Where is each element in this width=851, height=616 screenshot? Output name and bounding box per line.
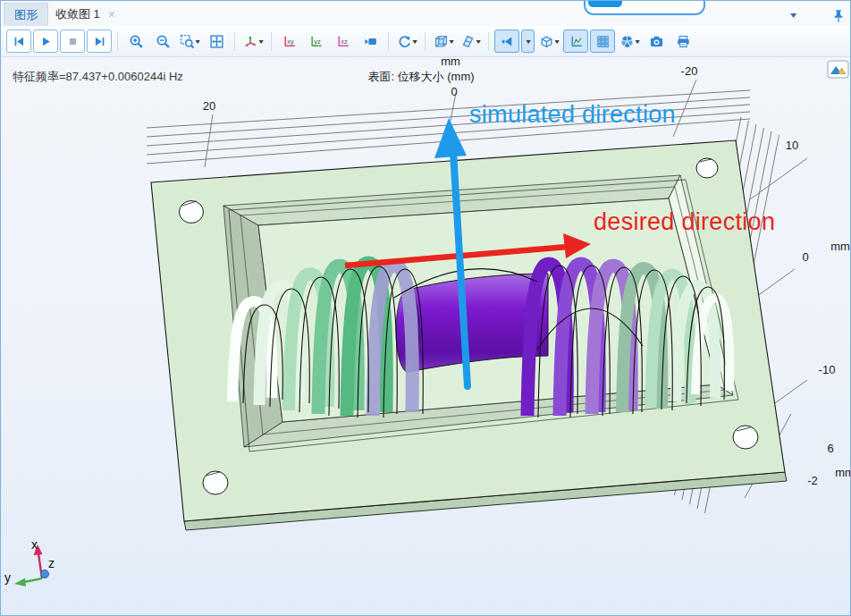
media-step-back-button[interactable] [6,30,31,53]
printer-icon [676,34,691,49]
show-grid-button[interactable] [590,30,615,53]
plot-direction-button[interactable] [494,30,519,53]
tab-bar: 图形 收敛图 1 × [1,1,850,27]
x-axis-tick-label: -20 [681,64,698,78]
close-icon[interactable]: × [108,8,115,21]
view-xz-icon: xz [336,34,351,49]
chevron-down-icon[interactable]: ▾ [449,38,453,46]
plot-direction-button-dropdown[interactable]: ▾ [521,30,535,53]
simulated-direction-label: simulated direction [469,101,676,129]
x-axis-tick-label: 0 [451,85,457,98]
z-axis-tick-label: -2 [807,474,818,487]
zoom-box-icon [180,34,195,49]
view-xy-button[interactable]: xy [277,30,302,53]
clip-plane-icon [460,34,476,49]
zoom-out-icon [156,34,171,49]
tab-convergence-label: 收敛图 1 [55,6,100,22]
toolbar-separator [488,32,489,51]
rotate-icon [397,34,412,49]
graphics-window: 图形 收敛图 1 × ▾ ▾▾xyyzxz▾▾▾▾▾▾ [0,0,851,616]
cube-icon [539,34,554,49]
eigenfrequency-readout: 特征频率=87.437+0.0060244i Hz [13,69,183,85]
plot-image-icon[interactable] [827,60,849,79]
shutter-icon [619,34,635,49]
toolbar-separator [234,32,235,51]
axis-plot-icon [569,34,584,49]
direction-arrow-icon [500,34,515,49]
step-back-icon [12,34,27,49]
stop-icon [65,34,80,49]
zoom-in-button[interactable] [123,30,148,53]
chevron-down-icon[interactable]: ▾ [635,38,639,46]
view-yz-icon: yz [309,34,324,49]
print-button[interactable] [670,30,695,53]
toolbar-separator [117,32,118,51]
svg-text:xz: xz [341,37,348,45]
media-stop-button[interactable] [60,30,85,53]
axes-3d-icon [243,34,258,49]
graphics-area[interactable] [1,56,850,615]
y-axis-unit-label: mm [830,240,850,253]
play-icon [38,34,54,49]
desired-direction-label: desired direction [594,208,775,236]
tab-graphics[interactable]: 图形 [4,3,48,27]
svg-text:xy: xy [287,37,294,45]
chevron-down-icon: ▾ [526,38,530,46]
grid-icon [595,34,611,49]
chevron-down-icon[interactable]: ▾ [476,38,480,46]
view-xy-icon: xy [282,34,298,49]
tab-convergence-plot[interactable]: 收敛图 1 × [46,3,125,26]
view-yz-button[interactable]: yz [304,30,329,53]
y-axis-tick-label: 0 [802,250,808,264]
floating-toggle[interactable] [584,0,705,15]
camera-icon [649,34,664,49]
environment-cube-button[interactable]: ▾ [536,30,561,53]
graphics-canvas[interactable] [1,56,851,616]
y-axis-tick-label: -10 [819,363,836,376]
triad-y-label: y [4,570,11,585]
svg-text:yz: yz [314,37,321,45]
go-to-view-button[interactable]: ▾ [240,30,265,53]
view-xz-button[interactable]: xz [331,30,356,53]
triad-x-label: x [31,537,38,552]
camera-view-icon [363,34,378,49]
toolbar-separator [425,32,426,51]
default-view-button[interactable] [358,30,383,53]
rotate-view-button[interactable]: ▾ [394,30,419,53]
zoom-box-button[interactable]: ▾ [177,30,202,53]
triad-z-label: z [48,556,55,570]
toolbar-separator [271,32,272,51]
clip-plane-button[interactable]: ▾ [458,30,483,53]
chevron-down-icon[interactable]: ▾ [554,38,559,46]
step-forward-icon [92,34,107,49]
zoom-in-icon [129,34,144,49]
snapshot-button[interactable] [644,30,669,53]
toolbar-separator [388,32,389,51]
y-axis-tick-label: 10 [786,139,798,152]
zoom-extents-icon [209,34,224,49]
update-plot-button[interactable]: ▾ [617,30,642,53]
scene-light-button[interactable]: ▾ [431,30,456,53]
floating-toggle-fill [588,0,622,7]
pin-icon[interactable] [832,9,845,27]
media-play-button[interactable] [33,30,58,53]
media-step-forward-button[interactable] [87,30,112,53]
chevron-down-icon[interactable]: ▾ [412,38,417,46]
show-axes-button[interactable] [563,30,588,53]
chevron-down-icon[interactable]: ▾ [258,38,263,46]
wire-cube-icon [434,34,449,49]
surface-legend-label: 表面: 位移大小 (mm) [367,69,474,85]
graphics-toolbar: ▾▾xyyzxz▾▾▾▾▾▾ [1,26,850,57]
chevron-down-icon[interactable]: ▾ [195,38,199,46]
x-axis-tick-label: 20 [203,99,215,113]
tab-graphics-label: 图形 [14,7,38,23]
chevron-down-icon[interactable]: ▾ [790,10,796,20]
z-axis-tick-label: 6 [827,442,833,455]
z-axis-unit-label: mm [835,466,851,479]
zoom-extents-button[interactable] [204,30,229,53]
zoom-out-button[interactable] [150,30,175,53]
